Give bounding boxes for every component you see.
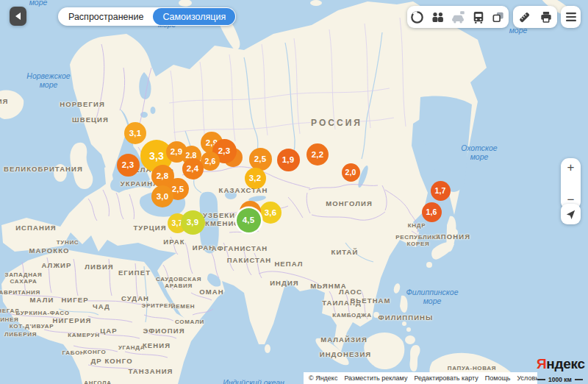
footer-link[interactable]: © Яндекс xyxy=(309,374,337,382)
region-marker[interactable]: 3,2 xyxy=(245,168,266,189)
panoramas-icon[interactable] xyxy=(408,7,427,26)
scale-bar: 1000 км xyxy=(537,376,583,383)
layers-icon[interactable] xyxy=(489,7,508,26)
yandex-logo[interactable]: Яндекс xyxy=(537,356,585,372)
region-marker[interactable]: 3,1 xyxy=(124,122,146,144)
print-icon[interactable] xyxy=(537,7,556,26)
region-marker[interactable]: 2,4 xyxy=(182,158,204,179)
scale-tick xyxy=(575,379,583,380)
menu-button[interactable] xyxy=(561,6,581,28)
traffic-icon[interactable] xyxy=(448,7,467,26)
tab-self-isolation[interactable]: Самоизоляция xyxy=(153,8,235,25)
region-marker[interactable]: 1,9 xyxy=(277,149,300,171)
footer-link[interactable]: Редактировать карту xyxy=(414,374,478,382)
region-marker[interactable]: 3,9 xyxy=(181,210,205,235)
scale-label: 1000 км xyxy=(548,376,572,383)
region-marker[interactable]: 4,5 xyxy=(237,208,261,232)
map-layers-toolbar xyxy=(407,6,509,28)
region-marker[interactable]: 1,6 xyxy=(422,202,442,222)
scale-tick xyxy=(537,379,545,380)
geolocate-button[interactable] xyxy=(561,204,581,224)
mode-toggle: Распространение Самоизоляция xyxy=(58,7,236,26)
attribution-footer: © ЯндексРазместить рекламуРедактировать … xyxy=(304,372,537,384)
region-marker[interactable]: 2,6 xyxy=(201,152,220,171)
zoom-control: + − xyxy=(561,158,581,210)
collapse-panel-button[interactable] xyxy=(10,7,26,26)
tab-distribution[interactable]: Распространение xyxy=(59,12,153,22)
tools-toolbar xyxy=(513,6,557,28)
region-marker[interactable]: 3,6 xyxy=(259,202,282,224)
footer-link[interactable]: Разместить рекламу xyxy=(344,374,407,382)
ruler-icon[interactable] xyxy=(514,7,534,26)
region-marker[interactable]: 3,0 xyxy=(151,185,173,207)
chevron-left-icon xyxy=(12,13,21,20)
hamburger-icon xyxy=(565,12,577,22)
footer-link[interactable]: Помощь xyxy=(485,374,511,382)
region-marker[interactable]: 1,7 xyxy=(431,181,451,201)
photos-icon[interactable] xyxy=(428,7,447,26)
transport-icon[interactable] xyxy=(469,7,488,26)
region-marker[interactable]: 2,5 xyxy=(249,148,272,171)
region-marker[interactable]: 2,2 xyxy=(306,143,329,166)
region-marker[interactable]: 2,0 xyxy=(342,163,360,182)
navigator-arrow-icon xyxy=(564,208,577,221)
zoom-in-button[interactable]: + xyxy=(567,163,575,173)
markers-layer: 3,32,92,82,92,32,62,42,82,53,02,33,12,51… xyxy=(0,0,588,384)
footer-link[interactable]: Условия использования xyxy=(517,374,538,382)
yandex-maps-app: { "header": { "toggle": { "options": [ {… xyxy=(0,0,588,384)
region-marker[interactable]: 2,3 xyxy=(117,154,140,177)
